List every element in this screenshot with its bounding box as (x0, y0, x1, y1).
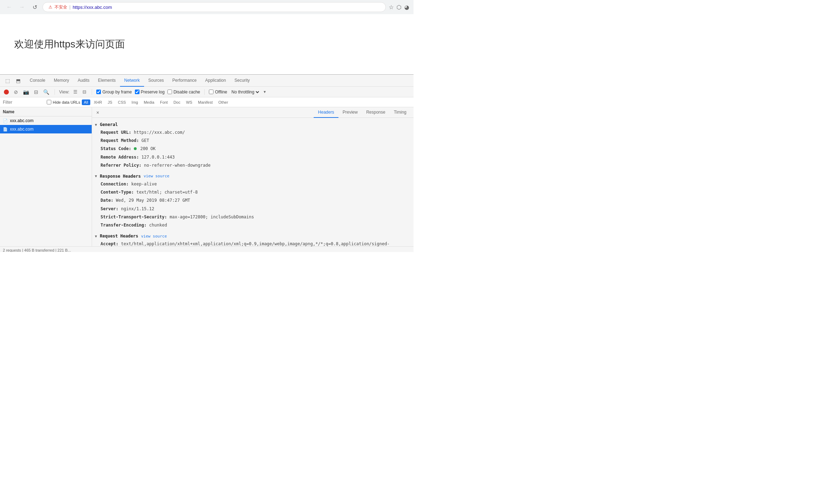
hide-data-urls-label[interactable]: Hide data URLs (47, 100, 80, 104)
network-panel-body: Name 📄 xxx.abc.com 📄 xxx.abc.com × Heade… (0, 107, 414, 246)
tab-performance[interactable]: Performance (168, 75, 201, 87)
device-mode-button[interactable]: ⬒ (13, 76, 23, 85)
filter-js[interactable]: JS (105, 99, 114, 105)
status-code-value: 200 OK (140, 146, 155, 151)
toolbar-separator-1 (55, 89, 55, 95)
remote-address-label: Remote Address: (101, 155, 139, 160)
requests-column-header: Name (0, 107, 92, 116)
request-item-1[interactable]: 📄 xxx.abc.com (0, 116, 92, 125)
tab-elements[interactable]: Elements (94, 75, 120, 87)
group-by-frame-label[interactable]: Group by frame (96, 90, 132, 94)
request-icon-2: 📄 (3, 127, 8, 132)
request-url-row: Request URL: https://xxx.abc.com/ (92, 128, 414, 137)
filter-button[interactable]: ⊟ (33, 88, 39, 96)
response-headers-toggle-icon: ▼ (95, 174, 97, 178)
clear-button[interactable]: ⊘ (13, 88, 19, 96)
devtools-tab-bar: ⬚ ⬒ Console Memory Audits Elements Netwo… (0, 75, 414, 87)
detail-tab-response[interactable]: Response (362, 107, 389, 118)
extensions-icon[interactable]: ⬡ (397, 4, 401, 11)
profile-icon[interactable]: ◕ (404, 4, 409, 11)
filter-media[interactable]: Media (142, 99, 156, 105)
tab-network[interactable]: Network (120, 75, 144, 87)
general-section-header[interactable]: ▼ General (92, 121, 414, 128)
filter-img[interactable]: Img (130, 99, 140, 105)
network-toolbar: ⊘ 📷 ⊟ 🔍 View: ☰ ⊟ Group by frame Preserv… (0, 87, 414, 97)
tab-security[interactable]: Security (230, 75, 254, 87)
referrer-policy-value: no-referrer-when-downgrade (144, 163, 211, 168)
inspect-element-button[interactable]: ⬚ (3, 76, 12, 85)
filter-all[interactable]: All (82, 99, 90, 105)
filter-bar: Hide data URLs All XHR JS CSS Img Media … (0, 97, 414, 107)
request-headers-toggle-icon: ▼ (95, 234, 97, 238)
tab-application[interactable]: Application (201, 75, 230, 87)
security-warning-icon: ⚠ (49, 5, 52, 10)
security-warning-text: 不安全 (55, 4, 67, 10)
status-bar-text: 2 requests | 465 B transferred | 221 B..… (3, 248, 71, 252)
detail-close-button[interactable]: × (95, 108, 101, 117)
detail-tab-timing[interactable]: Timing (389, 107, 411, 118)
reload-button[interactable]: ↺ (30, 2, 40, 12)
search-icon: 🔍 (43, 89, 49, 95)
disable-cache-label[interactable]: Disable cache (167, 90, 200, 94)
resp-transfer-label: Transfer-Encoding: (101, 223, 147, 228)
toolbar-separator-3 (204, 89, 205, 95)
view-label: View: (59, 90, 69, 94)
resp-content-type-row: Content-Type: text/html; charset=utf-8 (92, 188, 414, 196)
offline-label[interactable]: Offline (209, 90, 227, 94)
tab-sources[interactable]: Sources (144, 75, 168, 87)
filter-xhr[interactable]: XHR (92, 99, 104, 105)
filter-css[interactable]: CSS (116, 99, 128, 105)
filter-font[interactable]: Font (158, 99, 170, 105)
preserve-log-checkbox[interactable] (135, 90, 139, 94)
filter-manifest[interactable]: Manifest (196, 99, 215, 105)
detail-tab-preview[interactable]: Preview (338, 107, 362, 118)
filter-ws[interactable]: WS (184, 99, 194, 105)
detail-tab-headers[interactable]: Headers (314, 107, 338, 118)
request-method-row: Request Method: GET (92, 137, 414, 145)
disable-cache-checkbox[interactable] (167, 90, 172, 94)
hide-data-urls-checkbox[interactable] (47, 100, 51, 104)
clear-icon: ⊘ (14, 89, 18, 95)
preserve-log-label[interactable]: Preserve log (135, 90, 165, 94)
filter-other[interactable]: Other (216, 99, 230, 105)
forward-button[interactable]: → (17, 2, 27, 12)
requests-panel: Name 📄 xxx.abc.com 📄 xxx.abc.com (0, 107, 92, 246)
resp-content-type-value: text/html; charset=utf-8 (136, 190, 198, 195)
throttle-dropdown-icon: ▼ (263, 90, 267, 94)
tab-memory[interactable]: Memory (50, 75, 73, 87)
group-by-frame-checkbox[interactable] (96, 90, 101, 94)
request-headers-section-header[interactable]: ▼ Request Headers view source (92, 232, 414, 240)
resp-transfer-row: Transfer-Encoding: chunked (92, 221, 414, 229)
resp-sts-value: max-age=172800; includeSubDomains (170, 214, 254, 219)
response-headers-view-source[interactable]: view source (144, 174, 170, 178)
offline-checkbox[interactable] (209, 90, 213, 94)
page-content: 欢迎使用https来访问页面 (0, 14, 414, 74)
throttle-select[interactable]: No throttling Slow 3G Fast 3G (230, 89, 260, 95)
request-url-value: https://xxx.abc.com/ (134, 130, 185, 135)
filter-input[interactable] (3, 100, 45, 105)
address-right-icons: ☆ ⬡ ◕ (389, 4, 409, 11)
resp-server-label: Server: (101, 206, 119, 211)
bookmark-icon[interactable]: ☆ (389, 4, 394, 11)
request-headers-view-source[interactable]: view source (141, 234, 167, 239)
view-details-button[interactable]: ⊟ (81, 88, 87, 96)
view-list-button[interactable]: ☰ (72, 88, 79, 96)
address-text: https://xxx.abc.com (73, 5, 112, 10)
address-input[interactable]: ⚠ 不安全 | https://xxx.abc.com (42, 2, 386, 12)
resp-connection-value: keep-alive (131, 182, 157, 187)
req-accept-label: Accept: (101, 241, 119, 246)
tab-console[interactable]: Console (25, 75, 50, 87)
tab-audits[interactable]: Audits (73, 75, 93, 87)
search-button[interactable]: 🔍 (42, 88, 50, 96)
resp-sts-label: Strict-Transport-Security: (101, 214, 167, 219)
filter-icon: ⊟ (34, 89, 38, 95)
req-accept-value: text/html,application/xhtml+xml,applicat… (101, 241, 389, 246)
response-headers-section-header[interactable]: ▼ Response Headers view source (92, 172, 414, 180)
resp-server-row: Server: nginx/1.15.12 (92, 205, 414, 213)
back-button[interactable]: ← (4, 2, 14, 12)
camera-button[interactable]: 📷 (22, 88, 30, 96)
record-button[interactable] (3, 88, 10, 96)
request-item-2[interactable]: 📄 xxx.abc.com (0, 125, 92, 133)
filter-doc[interactable]: Doc (171, 99, 183, 105)
req-accept-row: Accept: text/html,application/xhtml+xml,… (92, 240, 414, 246)
